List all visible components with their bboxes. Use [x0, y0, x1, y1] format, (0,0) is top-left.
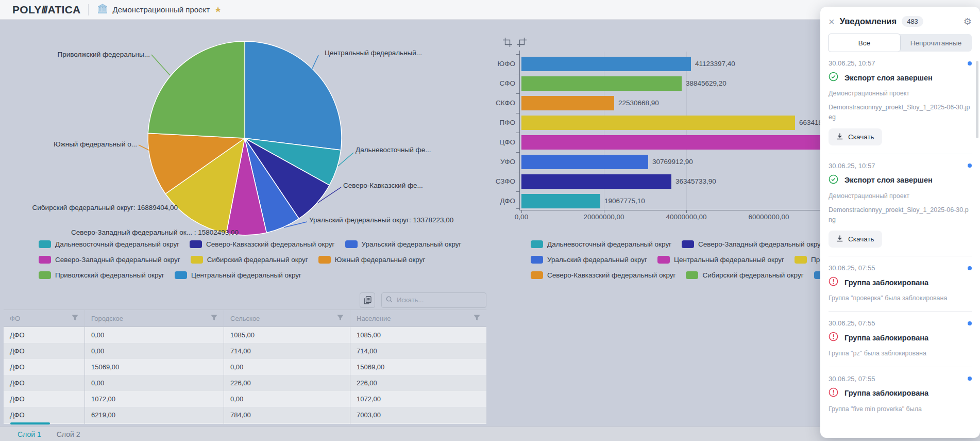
tab-layer-1[interactable]: Слой 1	[18, 430, 41, 438]
legend-item[interactable]: Центральный федеральный округ	[657, 256, 784, 264]
filter-unread[interactable]: Непрочитанные	[900, 34, 972, 52]
bar-category-label: ПФО	[479, 116, 515, 130]
unread-dot	[968, 321, 972, 325]
notification-item[interactable]: 30.06.25, 10:57Экспорт слоя завершенДемо…	[829, 52, 972, 154]
legend-label: Северо-Западный федеральный округ	[698, 240, 823, 248]
legend-item[interactable]: Приволжский федеральный округ	[39, 271, 164, 279]
notification-item[interactable]: 30.06.25, 07:55Группа заблокированаГрупп…	[829, 312, 972, 367]
legend-item[interactable]: Уральский федеральный округ	[531, 256, 647, 264]
filter-all[interactable]: Все	[828, 34, 901, 52]
bar[interactable]	[521, 194, 600, 208]
notification-time: 30.06.25, 10:57	[829, 59, 875, 67]
notification-title: Экспорт слоя завершен	[844, 74, 933, 82]
bar[interactable]	[521, 155, 648, 169]
legend-label: Уральский федеральный округ	[362, 240, 462, 248]
notification-item[interactable]: 30.06.25, 07:55Группа заблокированаГрупп…	[829, 367, 972, 414]
tab-layer-2[interactable]: Слой 2	[57, 430, 80, 438]
filter-funnel-icon[interactable]	[337, 311, 344, 326]
legend-item[interactable]: Северо-Кавказский федеральный округ	[531, 271, 675, 279]
selection-tool-icon[interactable]	[502, 37, 513, 50]
error-alert-icon	[829, 332, 838, 344]
table-row[interactable]: ДФО1072,000,001072,00	[4, 391, 486, 407]
legend-item[interactable]: Северо-Кавказский федеральный округ	[190, 240, 334, 248]
pie-leader-line	[338, 153, 353, 166]
copy-table-button[interactable]	[360, 292, 375, 308]
table-cell: 226,00	[350, 375, 486, 391]
filter-funnel-icon[interactable]	[211, 311, 217, 326]
table-row[interactable]: ДФО0,001085,001085,00	[4, 327, 486, 343]
column-header-label: ФО	[10, 311, 20, 326]
table-cell: 1072,00	[85, 391, 224, 407]
column-header[interactable]: Городское	[85, 310, 224, 326]
bar[interactable]	[521, 76, 682, 91]
table-row[interactable]: ДФО0,00714,00714,00	[4, 343, 486, 359]
download-button[interactable]: Скачать	[829, 128, 882, 145]
column-header[interactable]: Население	[350, 310, 486, 326]
pie-slice[interactable]	[245, 41, 342, 150]
search-input[interactable]	[396, 296, 482, 304]
notifications-list: 30.06.25, 10:57Экспорт слоя завершенДемо…	[820, 52, 980, 414]
data-table[interactable]: ФОГородскоеСельскоеНаселениеДФО0,001085,…	[4, 309, 486, 424]
pie-leader-line	[312, 55, 318, 69]
legend-label: Центральный федеральный округ	[674, 256, 784, 264]
notification-item[interactable]: 30.06.25, 10:57Экспорт слоя завершенДемо…	[829, 154, 972, 257]
bar[interactable]	[521, 57, 691, 71]
pie-slice[interactable]	[148, 41, 245, 138]
bar[interactable]	[521, 174, 671, 189]
legend-item[interactable]: Сибирский федеральный округ	[686, 271, 803, 279]
legend-swatch-icon	[657, 256, 670, 264]
gear-icon[interactable]: ⚙	[964, 17, 972, 26]
pie-slice[interactable]	[245, 138, 341, 185]
close-icon[interactable]: ×	[829, 17, 835, 27]
success-check-icon	[829, 174, 838, 186]
table-cell	[350, 423, 486, 424]
table-row[interactable]	[4, 423, 486, 424]
table-row[interactable]: ДФО15069,000,0015069,00	[4, 359, 486, 375]
selection-undo-icon[interactable]	[517, 37, 527, 50]
notification-project: Демонстрационный проект	[829, 191, 972, 201]
y-tick	[516, 54, 519, 55]
favorite-star-icon[interactable]: ★	[214, 5, 222, 14]
column-header[interactable]: Сельское	[224, 310, 350, 326]
legend-item[interactable]: Дальневосточный федеральный округ	[531, 240, 671, 248]
column-header[interactable]: ФО	[4, 310, 85, 326]
filter-funnel-icon[interactable]	[474, 311, 480, 326]
pie-slice[interactable]	[148, 133, 245, 194]
bar[interactable]	[521, 116, 795, 130]
pie-slice-label: Сибирский федеральный округ: 16889404,00	[32, 204, 178, 211]
pie-slice[interactable]	[245, 138, 299, 233]
legend-item[interactable]: Северо-Западный федеральный округ	[682, 240, 823, 248]
panel-scrollbar[interactable]	[976, 61, 978, 138]
legend-label: Северо-Кавказский федеральный округ	[547, 271, 675, 279]
notification-file-link[interactable]: Demonstracionnyy_proekt_Sloy_1_2025-06-3…	[829, 205, 972, 225]
table-row[interactable]: ДФО0,00226,00226,00	[4, 375, 486, 391]
pie-slice-label: Центральный федеральный...	[325, 49, 422, 57]
download-button[interactable]: Скачать	[829, 231, 882, 248]
notification-file-link[interactable]: Demonstracionnyy_proekt_Sloy_1_2025-06-3…	[829, 103, 972, 122]
legend-item[interactable]: Сибирский федеральный округ	[191, 256, 308, 264]
pie-slice[interactable]	[165, 138, 245, 234]
column-header-label: Население	[357, 311, 391, 326]
notification-item[interactable]: 30.06.25, 07:55Группа заблокированаГрупп…	[829, 256, 972, 312]
table-toolbar	[4, 290, 486, 309]
filter-funnel-icon[interactable]	[72, 311, 78, 326]
pie-slice[interactable]	[245, 138, 329, 219]
legend-item[interactable]: Уральский федеральный округ	[345, 240, 462, 248]
legend-item[interactable]: Дальневосточный федеральный округ	[39, 240, 179, 248]
notification-description: Группа "проверка" была заблокирована	[829, 293, 972, 303]
pie-slice[interactable]	[226, 138, 266, 235]
bar-value-label: 38845629,20	[686, 76, 726, 91]
table-hscrollbar[interactable]	[10, 422, 50, 424]
legend-item[interactable]: Южный федеральный округ	[318, 256, 426, 264]
notification-project: Демонстрационный проект	[829, 89, 972, 98]
legend-swatch-icon	[531, 271, 543, 279]
notifications-header: × Уведомления 483 ⚙	[820, 7, 980, 27]
y-tick	[516, 208, 519, 209]
y-tick	[516, 191, 519, 192]
table-row[interactable]: ДФО6219,00784,007003,00	[4, 407, 486, 423]
table-cell: 226,00	[224, 375, 350, 391]
legend-item[interactable]: Северо-Западный федеральный округ	[39, 256, 180, 264]
legend-item[interactable]: Центральный федеральный округ	[175, 271, 301, 279]
x-tick-label: 0,00	[485, 213, 557, 221]
bar[interactable]	[521, 96, 614, 110]
